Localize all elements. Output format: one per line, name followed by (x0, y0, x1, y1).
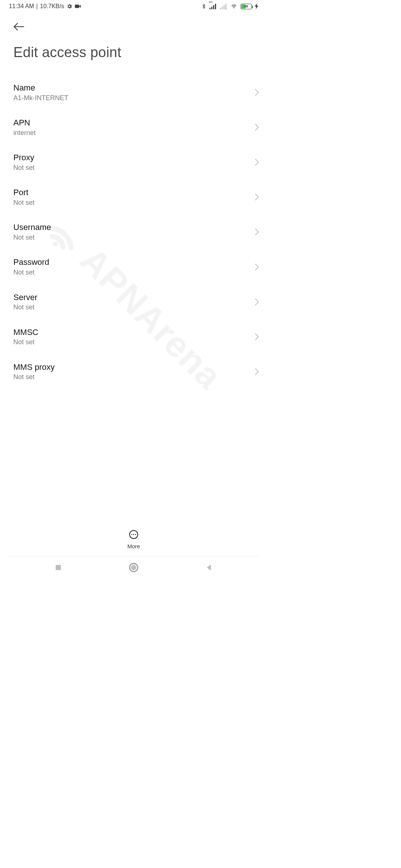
chevron-right-icon (250, 89, 264, 96)
signal-4g-icon: 4G (209, 3, 217, 9)
svg-point-16 (135, 534, 136, 535)
svg-rect-2 (209, 8, 211, 9)
item-value: Not set (13, 303, 250, 312)
svg-rect-1 (75, 5, 79, 8)
svg-text:×: × (225, 7, 227, 9)
chevron-right-icon (250, 333, 264, 341)
item-value: Not set (13, 269, 250, 277)
item-mms-proxy[interactable]: MMS proxy Not set (13, 355, 264, 389)
item-proxy[interactable]: Proxy Not set (13, 145, 264, 180)
wifi-icon (230, 3, 238, 9)
item-mmsc[interactable]: MMSC Not set (13, 320, 264, 355)
chevron-right-icon (250, 228, 264, 236)
item-label: Username (13, 222, 250, 233)
bottom-toolbar: More (0, 523, 267, 556)
svg-rect-8 (224, 5, 225, 9)
page-title: Edit access point (13, 45, 254, 60)
chevron-right-icon (250, 263, 264, 271)
svg-point-19 (131, 565, 136, 570)
item-password[interactable]: Password Not set (13, 250, 264, 285)
nav-home-button[interactable] (126, 560, 141, 575)
nav-recent-button[interactable] (51, 560, 66, 575)
item-label: MMS proxy (13, 362, 250, 372)
status-bar: 11:34 AM | 10.7KB/s 4G × 38 (0, 0, 267, 13)
charging-icon (255, 3, 258, 9)
item-username[interactable]: Username Not set (13, 215, 264, 250)
signal-nosim-icon: × (220, 3, 227, 9)
triangle-left-icon (205, 564, 213, 571)
square-icon (55, 564, 62, 571)
item-label: Password (13, 257, 250, 267)
status-time: 11:34 AM (9, 3, 34, 10)
item-label: Proxy (13, 152, 250, 163)
status-net-speed: 10.7KB/s (40, 3, 64, 10)
item-label: Port (13, 187, 250, 198)
more-label: More (127, 543, 140, 549)
fade-overlay (0, 508, 267, 523)
svg-rect-6 (220, 8, 221, 9)
item-value: internet (13, 129, 250, 137)
item-value: Not set (13, 234, 250, 242)
svg-rect-5 (215, 4, 216, 9)
more-button[interactable]: More (127, 530, 140, 549)
chevron-right-icon (250, 193, 264, 201)
settings-list: Name A1-Mk-INTERNET APN internet Proxy N… (0, 75, 267, 389)
item-name[interactable]: Name A1-Mk-INTERNET (13, 75, 264, 110)
svg-point-14 (131, 534, 133, 535)
nav-back-button[interactable] (202, 560, 216, 575)
svg-rect-3 (211, 7, 212, 9)
chevron-right-icon (250, 298, 264, 306)
item-value: A1-Mk-INTERNET (13, 94, 250, 102)
svg-point-15 (133, 534, 134, 535)
arrow-left-icon (13, 23, 25, 31)
chevron-right-icon (250, 124, 264, 131)
item-label: Server (13, 292, 250, 303)
item-port[interactable]: Port Not set (13, 180, 264, 215)
item-label: APN (13, 118, 250, 128)
video-icon (75, 4, 81, 9)
chevron-right-icon (250, 368, 264, 375)
circle-icon (129, 563, 138, 572)
svg-rect-4 (213, 5, 214, 9)
item-server[interactable]: Server Not set (13, 285, 264, 320)
battery-icon: 38 (241, 4, 252, 9)
item-apn[interactable]: APN internet (13, 110, 264, 145)
item-label: Name (13, 83, 250, 93)
chevron-right-icon (250, 158, 264, 166)
system-navbar (0, 556, 267, 579)
item-value: Not set (13, 338, 250, 346)
item-value: Not set (13, 199, 250, 207)
svg-rect-7 (222, 7, 223, 9)
status-separator: | (36, 3, 38, 10)
svg-point-11 (234, 8, 234, 9)
back-button[interactable] (13, 19, 28, 34)
bluetooth-icon (201, 3, 206, 10)
item-value: Not set (13, 164, 250, 172)
item-label: MMSC (13, 327, 250, 338)
item-value: Not set (13, 373, 250, 381)
header: Edit access point (0, 13, 267, 60)
svg-rect-17 (56, 565, 61, 570)
gear-icon (66, 3, 72, 9)
more-icon (129, 530, 138, 541)
